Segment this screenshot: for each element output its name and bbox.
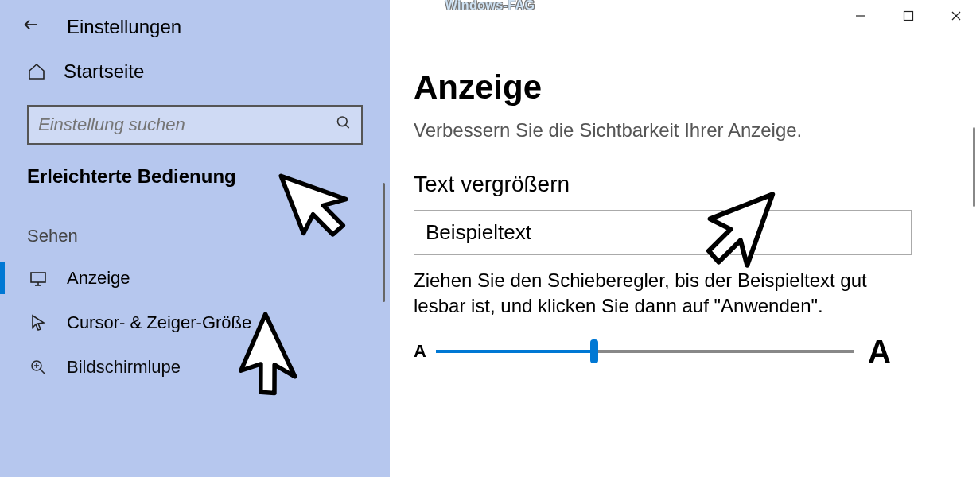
svg-line-9 bbox=[41, 370, 45, 374]
sidebar-item-label: Anzeige bbox=[67, 268, 130, 289]
slider-min-label: A bbox=[414, 341, 426, 362]
sidebar-item-display[interactable]: Anzeige bbox=[0, 256, 390, 301]
section-header-text-enlarge: Text vergrößern bbox=[414, 172, 956, 197]
sidebar-category-title: Erleichterte Bedienung bbox=[0, 159, 390, 194]
sidebar-home-label: Startseite bbox=[64, 60, 144, 83]
sidebar-scrollbar[interactable] bbox=[383, 183, 385, 302]
main-scrollbar[interactable] bbox=[973, 127, 975, 207]
slider-description: Ziehen Sie den Schieberegler, bis der Be… bbox=[414, 268, 888, 320]
sample-text-box: Beispieltext bbox=[414, 210, 912, 255]
window-title: Einstellungen bbox=[67, 16, 181, 38]
sidebar-item-label: Cursor- & Zeiger-Größe bbox=[67, 312, 251, 333]
svg-rect-3 bbox=[31, 273, 45, 282]
back-icon[interactable] bbox=[22, 16, 40, 38]
search-input[interactable] bbox=[27, 105, 363, 145]
page-title: Anzeige bbox=[414, 68, 956, 107]
sidebar-item-home[interactable]: Startseite bbox=[0, 51, 390, 94]
sidebar-group-label: Sehen bbox=[0, 194, 390, 256]
page-subtitle: Verbessern Sie die Sichtbarkeit Ihrer An… bbox=[414, 119, 956, 142]
main-content: Anzeige Verbessern Sie die Sichtbarkeit … bbox=[390, 0, 980, 477]
text-size-slider[interactable] bbox=[436, 350, 854, 353]
close-button[interactable] bbox=[932, 0, 980, 32]
maximize-button[interactable] bbox=[885, 0, 932, 32]
slider-thumb[interactable] bbox=[590, 339, 598, 363]
sidebar-item-magnifier[interactable]: Bildschirmlupe bbox=[0, 345, 390, 390]
sidebar-item-label: Bildschirmlupe bbox=[67, 357, 181, 378]
minimize-button[interactable] bbox=[837, 0, 885, 32]
home-icon bbox=[27, 62, 46, 81]
pointer-icon bbox=[27, 313, 49, 332]
sidebar: Einstellungen Startseite Erleichterte Be… bbox=[0, 0, 390, 477]
svg-rect-11 bbox=[904, 12, 913, 21]
sidebar-item-cursor[interactable]: Cursor- & Zeiger-Größe bbox=[0, 301, 390, 345]
slider-max-label: A bbox=[868, 334, 891, 370]
magnifier-icon bbox=[27, 358, 49, 377]
monitor-icon bbox=[27, 269, 49, 288]
